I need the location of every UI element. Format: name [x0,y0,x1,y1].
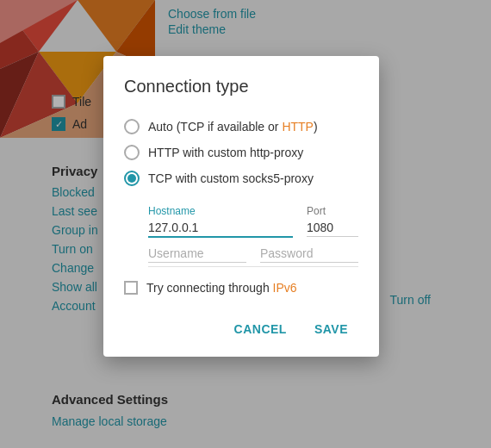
dialog-title: Connection type [124,77,358,96]
ipv6-link: IPv6 [273,281,297,295]
auto-radio[interactable] [124,119,140,134]
username-password-row [148,245,358,267]
dialog-actions: CANCEL SAVE [124,308,358,343]
hostname-group: Hostname [148,205,293,238]
username-group [148,245,246,263]
hostname-port-row: Hostname Port [148,205,358,238]
port-input[interactable] [307,219,358,237]
password-input[interactable] [260,245,358,263]
auto-label: Auto (TCP if available or HTTP) [148,120,318,134]
http-link-auto: HTTP [282,120,314,134]
tcp-option[interactable]: TCP with custom socks5-proxy [124,165,358,191]
http-radio[interactable] [124,145,140,160]
auto-option[interactable]: Auto (TCP if available or HTTP) [124,114,358,140]
ipv6-checkbox[interactable] [124,281,138,295]
ipv6-label: Try connecting through IPv6 [146,281,297,295]
http-option[interactable]: HTTP with custom http-proxy [124,140,358,165]
tcp-radio[interactable] [124,171,140,186]
tcp-label: TCP with custom socks5-proxy [148,171,314,185]
ipv6-row: Try connecting through IPv6 [124,281,358,295]
cancel-button[interactable]: CANCEL [224,315,297,343]
connection-type-dialog: Connection type Auto (TCP if available o… [103,56,379,357]
hostname-input[interactable] [148,219,293,238]
proxy-fields: Hostname Port [148,205,358,267]
username-input[interactable] [148,245,246,263]
port-label: Port [307,205,358,217]
http-label: HTTP with custom http-proxy [148,146,303,159]
password-group [260,245,358,263]
connection-type-radio-group: Auto (TCP if available or HTTP) HTTP wit… [124,114,358,191]
port-group: Port [307,205,358,238]
hostname-label: Hostname [148,205,293,217]
save-button[interactable]: SAVE [304,315,358,343]
